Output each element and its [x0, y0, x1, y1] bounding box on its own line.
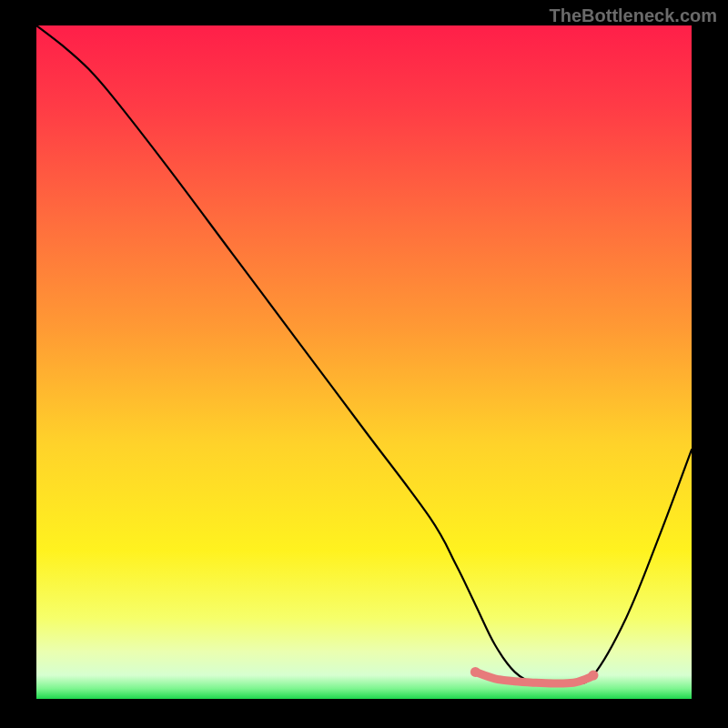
highlight-segment: [475, 672, 593, 683]
chart-root: TheBottleneck.com: [0, 0, 728, 728]
plot-area: [36, 25, 692, 699]
curve-layer: [36, 25, 692, 699]
highlight-end-dot: [589, 671, 599, 681]
main-curve: [36, 25, 692, 684]
highlight-end-dot: [470, 667, 480, 677]
watermark-text: TheBottleneck.com: [550, 5, 717, 26]
